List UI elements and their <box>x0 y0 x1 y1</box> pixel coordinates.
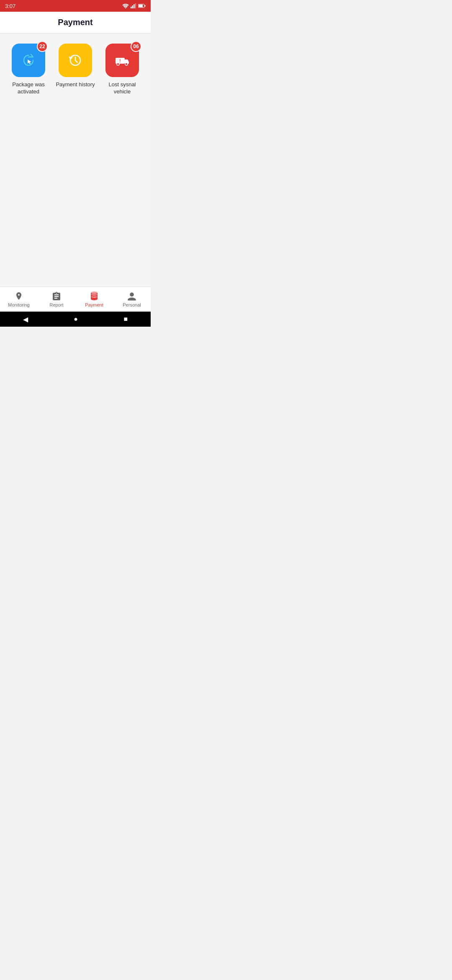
svg-point-19 <box>91 291 98 294</box>
item-card-package-activated[interactable]: 22 Package was activated <box>7 44 50 95</box>
bottom-nav: Monitoring Report Payment <box>0 286 151 312</box>
person-icon <box>127 291 137 302</box>
icon-bg-payment-history <box>59 44 92 77</box>
page-title: Payment <box>58 18 92 27</box>
svg-text:!: ! <box>119 59 121 63</box>
nav-label-payment: Payment <box>85 302 103 307</box>
history-icon <box>66 51 85 70</box>
clipboard-icon <box>51 291 62 302</box>
location-pin-icon <box>14 291 24 302</box>
nav-item-report[interactable]: Report <box>38 289 75 310</box>
battery-icon <box>138 3 146 8</box>
icon-wrapper-lost-signal: ! 06 <box>105 44 139 77</box>
svg-rect-3 <box>134 4 135 8</box>
svg-rect-4 <box>135 3 136 8</box>
icon-wrapper-payment-history <box>59 44 92 77</box>
svg-point-10 <box>117 63 119 65</box>
wifi-icon <box>122 3 129 8</box>
item-card-lost-signal[interactable]: ! 06 Lost sysnal vehicle <box>100 44 144 95</box>
svg-point-0 <box>125 8 126 8</box>
nav-item-monitoring[interactable]: Monitoring <box>0 289 38 310</box>
nav-label-report: Report <box>49 302 63 307</box>
item-label-payment-history: Payment history <box>56 81 95 88</box>
items-grid: 22 Package was activated <box>7 44 144 95</box>
app-bar: Payment <box>0 12 151 34</box>
coins-icon <box>88 291 100 302</box>
system-nav-bar: ◀ ● ■ <box>0 312 151 327</box>
item-card-payment-history[interactable]: Payment history <box>54 44 97 95</box>
badge-lost-signal: 06 <box>131 41 141 52</box>
status-icons <box>122 3 146 8</box>
recents-button[interactable]: ■ <box>124 315 128 323</box>
nav-item-payment[interactable]: Payment <box>75 289 113 310</box>
content-area: 22 Package was activated <box>0 34 151 327</box>
badge-package: 22 <box>37 41 48 52</box>
icon-wrapper-package: 22 <box>12 44 45 77</box>
nav-item-personal[interactable]: Personal <box>113 289 151 310</box>
status-time: 3:07 <box>5 3 15 9</box>
refresh-pointer-icon <box>19 51 38 70</box>
truck-alert-icon: ! <box>113 51 131 70</box>
svg-rect-1 <box>131 7 132 8</box>
home-button[interactable]: ● <box>74 315 78 323</box>
nav-label-monitoring: Monitoring <box>8 302 29 307</box>
signal-icon <box>131 3 136 8</box>
svg-rect-6 <box>139 5 143 7</box>
nav-label-personal: Personal <box>123 302 141 307</box>
svg-rect-7 <box>145 5 146 7</box>
svg-rect-2 <box>132 5 134 8</box>
item-label-package: Package was activated <box>7 81 50 95</box>
svg-point-11 <box>125 63 128 65</box>
item-label-lost-signal: Lost sysnal vehicle <box>100 81 144 95</box>
back-button[interactable]: ◀ <box>23 315 28 323</box>
status-bar: 3:07 <box>0 0 151 12</box>
